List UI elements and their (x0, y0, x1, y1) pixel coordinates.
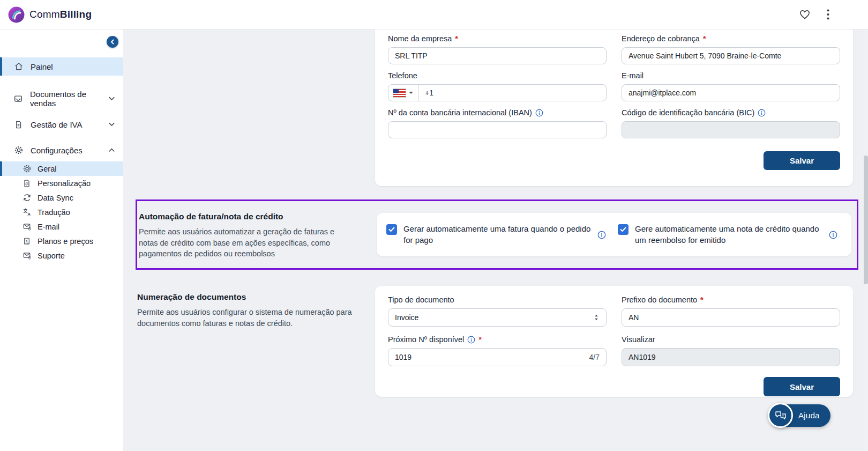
required-asterisk: * (455, 34, 458, 43)
check-icon (620, 227, 626, 232)
sidebar-nav: Painel Documentos de vendas Gestão de IV… (0, 57, 123, 263)
auto-invoice-option: Gerar automaticamente uma fatura quando … (386, 224, 606, 246)
automation-section: Automação de fatura/nota de crédito Perm… (136, 199, 858, 270)
app-header: CommBilling (0, 0, 868, 29)
sidebar-item-label: Painel (31, 62, 53, 71)
doc-type-select[interactable]: Invoice (388, 308, 607, 327)
char-counter: 4/7 (589, 353, 600, 361)
email-field[interactable] (622, 84, 840, 101)
sidebar-collapse-button[interactable] (107, 36, 118, 48)
favorites-heart-icon[interactable] (799, 9, 811, 20)
info-icon[interactable] (535, 109, 543, 117)
inbox-icon (13, 94, 23, 103)
numbering-section: Numeração de documentos Permite aos usuá… (136, 286, 858, 397)
next-number-label: Próximo Nº disponível * (388, 334, 607, 345)
sync-icon (22, 193, 32, 202)
auto-invoice-checkbox[interactable] (386, 224, 397, 235)
sidebar-item-label: Suporte (38, 252, 65, 260)
svg-text:€: € (26, 238, 28, 243)
sidebar-item-painel[interactable]: Painel (0, 57, 123, 76)
phone-field (388, 84, 607, 101)
save-button[interactable]: Salvar (764, 151, 840, 170)
sidebar-item-geral[interactable]: Geral (0, 161, 123, 176)
next-number-field[interactable]: 1019 4/7 (388, 348, 607, 366)
company-name-label: Nome da empresa* (388, 33, 607, 44)
chevron-up-icon (109, 148, 115, 152)
info-icon[interactable] (467, 336, 475, 344)
check-icon (388, 227, 395, 232)
commbilling-logo-icon (8, 6, 25, 24)
automation-card: Gerar automaticamente uma fatura quando … (377, 213, 851, 256)
preview-field (622, 348, 840, 366)
numbering-card: Tipo de documento Invoice Prefixo do doc… (375, 286, 853, 397)
main-content: Nome da empresa* Endereço de cobrança* T… (123, 29, 868, 451)
email-label: E-mail (622, 70, 840, 81)
sidebar-item-label: Personalização (38, 179, 91, 188)
iban-label: Nº da conta bancária internacional (IBAN… (388, 107, 607, 118)
gear-icon (13, 145, 24, 155)
scrollbar-thumb[interactable] (864, 156, 868, 284)
billing-address-label: Endereço de cobrança* (622, 33, 840, 44)
checkbox-label: Gerar automaticamente uma fatura quando … (403, 224, 591, 246)
sidebar-item-configuracoes[interactable]: Configurações (0, 141, 123, 159)
company-name-field[interactable] (388, 47, 607, 64)
phone-label: Telefone (388, 70, 607, 81)
prefix-label: Prefixo do documento* (622, 294, 840, 305)
info-icon[interactable] (829, 231, 837, 239)
gear-icon (22, 164, 32, 173)
sidebar-item-label: Data Sync (38, 194, 73, 202)
sidebar-item-email[interactable]: E-mail (0, 219, 123, 234)
sidebar-item-label: Documentos de vendas (30, 90, 102, 108)
company-form-card: Nome da empresa* Endereço de cobrança* T… (375, 29, 853, 186)
select-arrows-icon (593, 314, 600, 321)
translate-icon: A (22, 208, 32, 217)
mail-gear-icon (22, 222, 32, 231)
section-description: Permite aos usuários configurar o sistem… (137, 307, 353, 329)
prefix-field[interactable] (622, 308, 840, 327)
sidebar-item-personalizacao[interactable]: Personalização (0, 176, 123, 190)
billing-address-field[interactable] (622, 47, 840, 64)
scrollbar-track (864, 29, 868, 451)
auto-credit-note-option: Gere automaticamente uma nota de crédito… (618, 224, 837, 246)
sidebar-item-label: Tradução (38, 208, 70, 217)
sidebar: Painel Documentos de vendas Gestão de IV… (0, 29, 123, 451)
iban-field[interactable] (388, 121, 607, 138)
info-icon[interactable] (758, 109, 766, 117)
chevron-down-icon (109, 122, 115, 127)
checkbox-label: Gere automaticamente uma nota de crédito… (635, 224, 822, 246)
phone-number-field[interactable] (418, 88, 606, 97)
kebab-menu-icon[interactable] (827, 9, 829, 20)
info-icon[interactable] (597, 231, 606, 239)
sidebar-item-planos-e-precos[interactable]: € Planos e preços (0, 234, 123, 248)
sidebar-item-documentos-de-vendas[interactable]: Documentos de vendas (0, 90, 123, 108)
section-title: Numeração de documentos (137, 292, 353, 302)
sidebar-item-gestao-de-iva[interactable]: Gestão de IVA (0, 115, 123, 134)
next-number-value: 1019 (395, 353, 411, 361)
help-button[interactable]: Ajuda (768, 403, 830, 428)
bic-label: Código de identificação bancária (BIC) (622, 107, 840, 118)
required-asterisk: * (478, 335, 482, 344)
svg-text:A: A (27, 212, 31, 217)
file-gear-icon (22, 179, 32, 188)
section-description: Permite aos usuários automatizar a geraç… (139, 226, 354, 260)
home-icon (13, 62, 24, 71)
us-flag-icon (393, 89, 406, 97)
sidebar-item-traducao[interactable]: A Tradução (0, 205, 123, 219)
sidebar-item-label: E-mail (38, 223, 59, 231)
country-code-dropdown[interactable] (388, 85, 418, 101)
section-title: Automação de fatura/nota de crédito (139, 212, 354, 221)
required-asterisk: * (700, 295, 704, 304)
receipt-euro-icon: € (22, 237, 32, 246)
save-button[interactable]: Salvar (764, 377, 840, 396)
sidebar-item-data-sync[interactable]: Data Sync (0, 190, 123, 205)
sidebar-item-label: Gestão de IVA (31, 120, 82, 129)
required-asterisk: * (703, 34, 706, 43)
company-form-section: Nome da empresa* Endereço de cobrança* T… (136, 29, 858, 186)
preview-label: Visualizar (622, 334, 840, 345)
sidebar-item-suporte[interactable]: Suporte (0, 248, 123, 263)
chevron-down-icon (109, 97, 115, 101)
sidebar-item-label: Configurações (31, 146, 83, 155)
settings-submenu: Geral Personalização Data Sync A Traduçã… (0, 161, 123, 263)
auto-credit-note-checkbox[interactable] (618, 224, 628, 235)
chat-bubbles-icon (768, 403, 793, 428)
